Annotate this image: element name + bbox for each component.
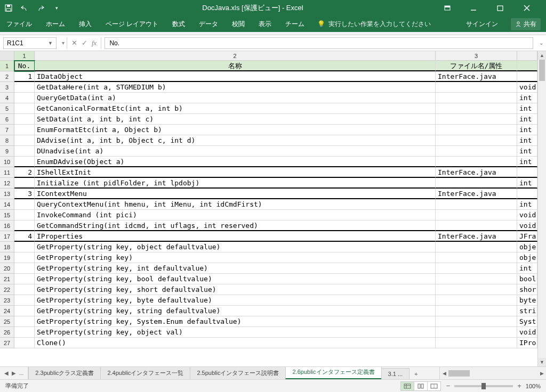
cell-return[interactable]: int xyxy=(517,157,537,167)
tab-view[interactable]: 表示 xyxy=(258,20,272,29)
name-box[interactable]: R1C1 ▼ xyxy=(3,37,57,49)
col-header-4[interactable] xyxy=(517,51,537,60)
horizontal-scrollbar[interactable]: ◀ ▶ xyxy=(439,367,546,379)
cell-file[interactable] xyxy=(436,295,517,306)
cell-no[interactable] xyxy=(14,252,35,263)
save-icon[interactable] xyxy=(3,3,14,13)
cell-no[interactable] xyxy=(14,103,35,114)
formula-input[interactable]: No. xyxy=(105,37,533,49)
cell-file[interactable] xyxy=(436,210,517,220)
cell-name[interactable]: IProperties xyxy=(35,231,436,242)
cell-no[interactable] xyxy=(14,146,35,157)
cell-file[interactable] xyxy=(436,114,517,125)
row-header[interactable]: 11 xyxy=(0,167,14,178)
cell-file[interactable]: InterFace.java xyxy=(436,71,517,82)
cell-file[interactable] xyxy=(436,157,517,167)
row-header[interactable]: 2 xyxy=(0,71,14,82)
cell-file[interactable] xyxy=(436,146,517,157)
cell-file[interactable] xyxy=(436,327,517,338)
page-layout-view-icon[interactable] xyxy=(414,381,428,391)
cell-file[interactable] xyxy=(436,242,517,252)
cell-file[interactable] xyxy=(436,220,517,231)
cell-name[interactable]: Clone() xyxy=(35,338,436,348)
scroll-up-icon[interactable]: ▲ xyxy=(538,51,546,60)
cell-file[interactable] xyxy=(436,103,517,114)
row-header[interactable]: 27 xyxy=(0,338,14,348)
tab-team[interactable]: チーム xyxy=(284,20,306,29)
enter-icon[interactable]: ✓ xyxy=(82,39,87,47)
cell-return[interactable] xyxy=(517,61,537,71)
cell-return[interactable]: IPro xyxy=(517,338,537,348)
cell-return[interactable] xyxy=(517,189,537,199)
cell-name[interactable]: IContextMenu xyxy=(35,189,436,199)
select-all-corner[interactable] xyxy=(0,51,14,60)
cell-file[interactable] xyxy=(436,274,517,284)
tab-pagelayout[interactable]: ページ レイアウト xyxy=(105,20,159,29)
cell-name[interactable]: GetCommandString(int idcmd, int uflags, … xyxy=(35,220,436,231)
cell-file[interactable] xyxy=(436,93,517,103)
sheet-nav-next-icon[interactable]: ▶ xyxy=(12,370,16,376)
cell-no[interactable] xyxy=(14,284,35,295)
cell-return[interactable]: void xyxy=(517,82,537,93)
scroll-right-icon[interactable]: ▶ xyxy=(537,371,546,376)
zoom-slider[interactable] xyxy=(454,385,513,387)
cell-name[interactable]: GetProperty(string key, bool defaultvalu… xyxy=(35,274,436,284)
cell-name[interactable]: IDataObject xyxy=(35,71,436,82)
row-header[interactable]: 12 xyxy=(0,178,14,189)
cell-file[interactable]: InterFace.java xyxy=(436,189,517,199)
cell-no[interactable] xyxy=(14,114,35,125)
signin-link[interactable]: サインイン xyxy=(465,20,499,29)
tab-insert[interactable]: 挿入 xyxy=(78,20,93,29)
row-header[interactable]: 22 xyxy=(0,284,14,295)
cell-no[interactable]: 4 xyxy=(14,231,35,242)
col-header-1[interactable]: 1 xyxy=(14,51,35,60)
row-header[interactable]: 21 xyxy=(0,274,14,284)
tab-file[interactable]: ファイル xyxy=(5,20,33,29)
minimize-icon[interactable] xyxy=(470,5,489,11)
add-sheet-button[interactable]: + xyxy=(409,369,423,379)
sheet-tab-2[interactable]: 2.4publicインタフェース一覧 xyxy=(100,367,190,379)
sheet-tab-1[interactable]: 2.3publicクラス定義書 xyxy=(28,367,101,379)
cell-name[interactable]: GetProperty(string key, object defaultva… xyxy=(35,242,436,252)
cell-file[interactable] xyxy=(436,306,517,316)
close-icon[interactable] xyxy=(524,5,543,11)
row-header[interactable]: 20 xyxy=(0,263,14,274)
cell-return[interactable]: byte xyxy=(517,295,537,306)
tab-data[interactable]: データ xyxy=(198,20,219,29)
cell-no[interactable] xyxy=(14,306,35,316)
cell-name[interactable]: 名称 xyxy=(35,61,436,71)
cell-return[interactable]: obje xyxy=(517,252,537,263)
cell-name[interactable]: QueryContextMenu(int hmenu, int iMenu, i… xyxy=(35,199,436,210)
cell-name[interactable]: GetProperty(string key, short defaultval… xyxy=(35,284,436,295)
row-header[interactable]: 26 xyxy=(0,327,14,338)
cell-return[interactable]: int xyxy=(517,93,537,103)
cell-no[interactable]: 1 xyxy=(14,71,35,82)
cell-return[interactable]: int xyxy=(517,263,537,274)
undo-icon[interactable] xyxy=(19,3,30,13)
col-header-3[interactable]: 3 xyxy=(436,51,517,60)
cell-return[interactable]: int xyxy=(517,199,537,210)
cell-name[interactable]: IShellExtInit xyxy=(35,167,436,178)
tellme-search[interactable]: 💡 実行したい作業を入力してください xyxy=(317,20,431,29)
cell-no[interactable] xyxy=(14,263,35,274)
redo-icon[interactable] xyxy=(35,3,46,13)
cell-name[interactable]: EnumFormatEtc(int a, Object b) xyxy=(35,125,436,135)
row-header[interactable]: 17 xyxy=(0,231,14,242)
cell-return[interactable] xyxy=(517,71,537,82)
row-header[interactable]: 13 xyxy=(0,189,14,199)
cell-no[interactable]: No. xyxy=(14,61,35,71)
name-box-expand[interactable]: ▾ xyxy=(60,40,67,46)
row-header[interactable]: 19 xyxy=(0,252,14,263)
cell-no[interactable] xyxy=(14,242,35,252)
row-header[interactable]: 10 xyxy=(0,157,14,167)
fx-icon[interactable]: fx xyxy=(92,39,97,47)
cell-no[interactable] xyxy=(14,125,35,135)
cancel-icon[interactable]: ✕ xyxy=(71,39,77,47)
cell-no[interactable] xyxy=(14,157,35,167)
cell-return[interactable]: void xyxy=(517,327,537,338)
qat-dropdown-icon[interactable]: ▾ xyxy=(51,3,62,13)
zoom-in-button[interactable]: + xyxy=(517,382,521,390)
row-header[interactable]: 8 xyxy=(0,135,14,146)
row-header[interactable]: 14 xyxy=(0,199,14,210)
cell-no[interactable] xyxy=(14,274,35,284)
